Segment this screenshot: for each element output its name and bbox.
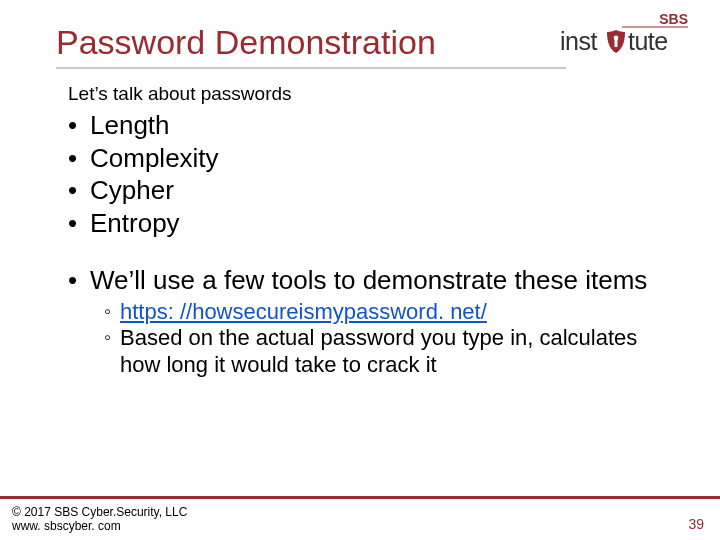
logo-inst-left: inst xyxy=(560,27,597,55)
sub-item-desc: Based on the actual password you type in… xyxy=(104,325,664,379)
sub-list: https: //howsecureismypassword. net/ Bas… xyxy=(104,299,664,379)
footer-text: © 2017 SBS Cyber.Security, LLC www. sbsc… xyxy=(12,505,187,534)
svg-point-0 xyxy=(614,36,619,41)
list-item: Entropy xyxy=(68,207,664,240)
tools-bullet: We’ll use a few tools to demonstrate the… xyxy=(68,265,664,296)
footer-bar: © 2017 SBS Cyber.Security, LLC www. sbsc… xyxy=(0,496,720,540)
svg-rect-1 xyxy=(615,40,618,47)
password-tool-link[interactable]: https: //howsecureismypassword. net/ xyxy=(120,299,487,324)
sub-item-link: https: //howsecureismypassword. net/ xyxy=(104,299,664,326)
copyright: © 2017 SBS Cyber.Security, LLC xyxy=(12,505,187,519)
title-rule xyxy=(56,67,566,69)
brand-logo: SBS inst tute xyxy=(560,10,690,62)
list-item: Length xyxy=(68,109,664,142)
page-number: 39 xyxy=(688,516,704,532)
slide: SBS inst tute Password Demonstration Let… xyxy=(0,0,720,540)
list-item: Complexity xyxy=(68,142,664,175)
logo-svg: SBS inst tute xyxy=(560,10,690,58)
logo-inst-right: tute xyxy=(628,27,668,55)
shield-icon xyxy=(607,30,625,53)
logo-sbs-text: SBS xyxy=(659,11,688,27)
footer-url: www. sbscyber. com xyxy=(12,519,187,533)
bullet-list: Length Complexity Cypher Entropy xyxy=(68,109,664,239)
intro-text: Let’s talk about passwords xyxy=(68,83,664,105)
list-item: Cypher xyxy=(68,174,664,207)
